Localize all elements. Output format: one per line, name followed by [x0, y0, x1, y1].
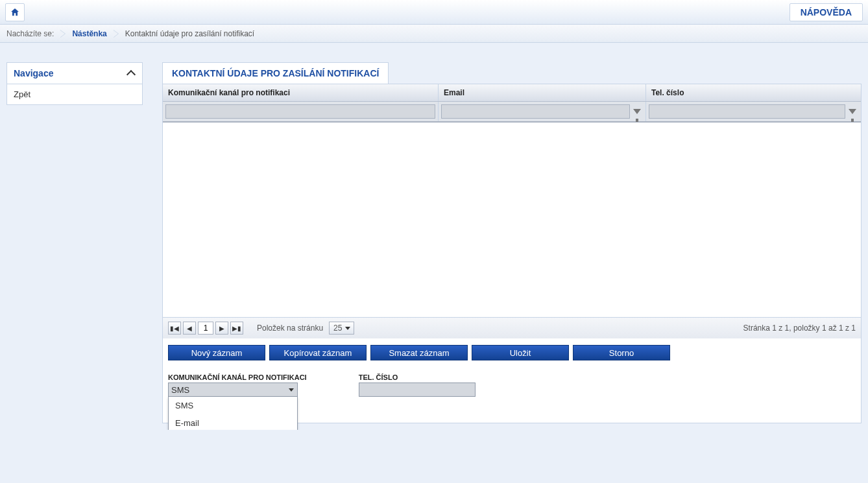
chevron-up-icon	[128, 69, 136, 77]
pager-last-button[interactable]: ▶▮	[230, 322, 243, 335]
pager-first-button[interactable]: ▮◀	[168, 322, 181, 335]
delete-record-button[interactable]: Smazat záznam	[370, 345, 468, 360]
grid-column-email[interactable]: Email	[439, 84, 646, 101]
per-page-label: Položek na stránku	[257, 324, 323, 333]
pager: ▮◀ ◀ ▶ ▶▮ Položek na stránku 25	[168, 322, 354, 335]
main-wrap: Navigace Zpět KONTAKTNÍ ÚDAJE PRO ZASÍLÁ…	[0, 43, 868, 430]
breadcrumb-separator	[114, 30, 119, 38]
breadcrumb-separator	[60, 30, 66, 38]
cancel-button[interactable]: Storno	[573, 345, 670, 360]
action-bar: Nový záznam Kopírovat záznam Smazat zázn…	[163, 338, 861, 364]
filter-input-email[interactable]	[441, 104, 630, 119]
new-record-button[interactable]: Nový záznam	[168, 345, 265, 360]
form-group-tel: TEL. ČÍSLO	[359, 373, 476, 397]
filter-icon[interactable]	[631, 106, 643, 117]
save-button[interactable]: Uložit	[472, 345, 569, 360]
breadcrumb: Nacházíte se: Nástěnka Kontaktní údaje p…	[0, 25, 868, 43]
funnel-icon	[633, 109, 641, 114]
channel-select[interactable]: SMS	[168, 383, 298, 397]
channel-select-wrap: SMS SMS E-mail SMS a e-mail	[168, 383, 298, 397]
grid-filter-row	[163, 102, 861, 123]
pager-next-button[interactable]: ▶	[215, 322, 228, 335]
tel-label: TEL. ČÍSLO	[359, 373, 476, 381]
pager-status: Stránka 1 z 1, položky 1 až 1 z 1	[743, 324, 856, 333]
form-area: KOMUNIKAČNÍ KANÁL PRO NOTIFIKACI SMS SMS…	[163, 364, 861, 423]
sidebar: Navigace Zpět	[6, 62, 143, 105]
panel: Komunikační kanál pro notifikaci Email T…	[162, 84, 862, 423]
filter-input-tel[interactable]	[649, 104, 845, 119]
filter-cell-tel	[646, 102, 861, 121]
channel-label: KOMUNIKAČNÍ KANÁL PRO NOTIFIKACI	[168, 373, 307, 381]
filter-input-channel[interactable]	[165, 104, 435, 119]
filter-cell-channel	[163, 102, 439, 121]
pager-prev-button[interactable]: ◀	[183, 322, 196, 335]
grid-footer: ▮◀ ◀ ▶ ▶▮ Položek na stránku 25 Stránka …	[163, 317, 861, 338]
filter-cell-email	[439, 102, 646, 121]
sidebar-header[interactable]: Navigace	[7, 63, 142, 84]
breadcrumb-item-nastenka[interactable]: Nástěnka	[72, 29, 106, 38]
topbar: NÁPOVĚDA	[0, 0, 868, 25]
help-button[interactable]: NÁPOVĚDA	[790, 3, 863, 21]
home-button[interactable]	[5, 3, 25, 21]
tel-input[interactable]	[359, 383, 476, 397]
channel-dropdown: SMS E-mail SMS a e-mail	[168, 397, 298, 430]
panel-title: KONTAKTNÍ ÚDAJE PRO ZASÍLÁNÍ NOTIFIKACÍ	[162, 62, 389, 84]
breadcrumb-label: Nacházíte se:	[6, 29, 54, 38]
channel-option-sms[interactable]: SMS	[169, 397, 297, 414]
filter-icon[interactable]	[847, 106, 858, 117]
sidebar-title: Navigace	[14, 68, 53, 78]
funnel-icon	[849, 109, 856, 114]
home-icon	[10, 7, 20, 18]
pager-page-input[interactable]	[198, 322, 213, 335]
grid-column-channel[interactable]: Komunikační kanál pro notifikaci	[163, 84, 439, 101]
content: KONTAKTNÍ ÚDAJE PRO ZASÍLÁNÍ NOTIFIKACÍ …	[162, 62, 862, 423]
per-page-select[interactable]: 25	[329, 322, 354, 335]
sidebar-item-back[interactable]: Zpět	[7, 84, 142, 104]
breadcrumb-current: Kontaktní údaje pro zasílání notifikací	[125, 29, 254, 38]
copy-record-button[interactable]: Kopírovat záznam	[269, 345, 367, 360]
grid-body	[163, 123, 861, 317]
channel-option-email[interactable]: E-mail	[169, 414, 297, 430]
form-group-channel: KOMUNIKAČNÍ KANÁL PRO NOTIFIKACI SMS SMS…	[168, 373, 307, 397]
grid-header: Komunikační kanál pro notifikaci Email T…	[163, 84, 861, 102]
grid-column-tel[interactable]: Tel. číslo	[646, 84, 861, 101]
